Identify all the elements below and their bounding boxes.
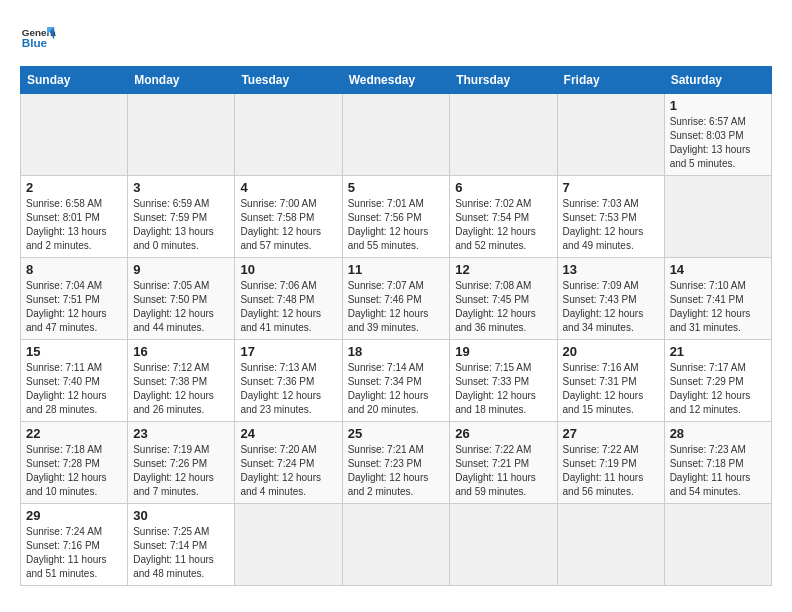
empty-cell bbox=[128, 94, 235, 176]
day-info: Sunrise: 7:25 AMSunset: 7:14 PMDaylight:… bbox=[133, 525, 229, 581]
day-info: Sunrise: 6:58 AMSunset: 8:01 PMDaylight:… bbox=[26, 197, 122, 253]
day-cell: 13Sunrise: 7:09 AMSunset: 7:43 PMDayligh… bbox=[557, 258, 664, 340]
day-info: Sunrise: 7:09 AMSunset: 7:43 PMDaylight:… bbox=[563, 279, 659, 335]
logo: General Blue bbox=[20, 20, 56, 56]
day-number: 18 bbox=[348, 344, 445, 359]
empty-cell bbox=[450, 94, 557, 176]
day-cell: 8Sunrise: 7:04 AMSunset: 7:51 PMDaylight… bbox=[21, 258, 128, 340]
day-cell: 30Sunrise: 7:25 AMSunset: 7:14 PMDayligh… bbox=[128, 504, 235, 586]
day-number: 28 bbox=[670, 426, 766, 441]
day-info: Sunrise: 7:15 AMSunset: 7:33 PMDaylight:… bbox=[455, 361, 551, 417]
day-cell: 2Sunrise: 6:58 AMSunset: 8:01 PMDaylight… bbox=[21, 176, 128, 258]
day-number: 23 bbox=[133, 426, 229, 441]
empty-cell bbox=[557, 94, 664, 176]
day-info: Sunrise: 7:22 AMSunset: 7:21 PMDaylight:… bbox=[455, 443, 551, 499]
empty-cell bbox=[450, 504, 557, 586]
empty-cell bbox=[664, 504, 771, 586]
day-info: Sunrise: 7:22 AMSunset: 7:19 PMDaylight:… bbox=[563, 443, 659, 499]
logo-icon: General Blue bbox=[20, 20, 56, 56]
day-info: Sunrise: 7:10 AMSunset: 7:41 PMDaylight:… bbox=[670, 279, 766, 335]
page-header: General Blue bbox=[20, 20, 772, 56]
day-number: 29 bbox=[26, 508, 122, 523]
day-number: 5 bbox=[348, 180, 445, 195]
day-cell: 5Sunrise: 7:01 AMSunset: 7:56 PMDaylight… bbox=[342, 176, 450, 258]
day-number: 16 bbox=[133, 344, 229, 359]
day-cell: 17Sunrise: 7:13 AMSunset: 7:36 PMDayligh… bbox=[235, 340, 342, 422]
day-number: 9 bbox=[133, 262, 229, 277]
day-cell: 10Sunrise: 7:06 AMSunset: 7:48 PMDayligh… bbox=[235, 258, 342, 340]
col-header-monday: Monday bbox=[128, 67, 235, 94]
day-cell: 9Sunrise: 7:05 AMSunset: 7:50 PMDaylight… bbox=[128, 258, 235, 340]
day-info: Sunrise: 7:03 AMSunset: 7:53 PMDaylight:… bbox=[563, 197, 659, 253]
day-cell: 12Sunrise: 7:08 AMSunset: 7:45 PMDayligh… bbox=[450, 258, 557, 340]
day-number: 13 bbox=[563, 262, 659, 277]
day-info: Sunrise: 7:14 AMSunset: 7:34 PMDaylight:… bbox=[348, 361, 445, 417]
day-cell: 15Sunrise: 7:11 AMSunset: 7:40 PMDayligh… bbox=[21, 340, 128, 422]
day-number: 6 bbox=[455, 180, 551, 195]
empty-cell bbox=[557, 504, 664, 586]
day-cell: 24Sunrise: 7:20 AMSunset: 7:24 PMDayligh… bbox=[235, 422, 342, 504]
day-info: Sunrise: 7:20 AMSunset: 7:24 PMDaylight:… bbox=[240, 443, 336, 499]
day-cell: 16Sunrise: 7:12 AMSunset: 7:38 PMDayligh… bbox=[128, 340, 235, 422]
day-cell: 25Sunrise: 7:21 AMSunset: 7:23 PMDayligh… bbox=[342, 422, 450, 504]
day-cell: 27Sunrise: 7:22 AMSunset: 7:19 PMDayligh… bbox=[557, 422, 664, 504]
day-cell: 14Sunrise: 7:10 AMSunset: 7:41 PMDayligh… bbox=[664, 258, 771, 340]
day-number: 3 bbox=[133, 180, 229, 195]
calendar-row: 1Sunrise: 6:57 AMSunset: 8:03 PMDaylight… bbox=[21, 94, 772, 176]
day-cell: 18Sunrise: 7:14 AMSunset: 7:34 PMDayligh… bbox=[342, 340, 450, 422]
col-header-wednesday: Wednesday bbox=[342, 67, 450, 94]
col-header-saturday: Saturday bbox=[664, 67, 771, 94]
day-info: Sunrise: 7:19 AMSunset: 7:26 PMDaylight:… bbox=[133, 443, 229, 499]
empty-cell bbox=[342, 504, 450, 586]
day-cell: 3Sunrise: 6:59 AMSunset: 7:59 PMDaylight… bbox=[128, 176, 235, 258]
day-cell: 28Sunrise: 7:23 AMSunset: 7:18 PMDayligh… bbox=[664, 422, 771, 504]
day-number: 19 bbox=[455, 344, 551, 359]
day-info: Sunrise: 7:08 AMSunset: 7:45 PMDaylight:… bbox=[455, 279, 551, 335]
col-header-thursday: Thursday bbox=[450, 67, 557, 94]
day-cell: 21Sunrise: 7:17 AMSunset: 7:29 PMDayligh… bbox=[664, 340, 771, 422]
col-header-friday: Friday bbox=[557, 67, 664, 94]
day-cell: 7Sunrise: 7:03 AMSunset: 7:53 PMDaylight… bbox=[557, 176, 664, 258]
calendar-row: 8Sunrise: 7:04 AMSunset: 7:51 PMDaylight… bbox=[21, 258, 772, 340]
calendar-row: 2Sunrise: 6:58 AMSunset: 8:01 PMDaylight… bbox=[21, 176, 772, 258]
day-cell: 23Sunrise: 7:19 AMSunset: 7:26 PMDayligh… bbox=[128, 422, 235, 504]
day-number: 30 bbox=[133, 508, 229, 523]
day-info: Sunrise: 7:16 AMSunset: 7:31 PMDaylight:… bbox=[563, 361, 659, 417]
calendar-row: 15Sunrise: 7:11 AMSunset: 7:40 PMDayligh… bbox=[21, 340, 772, 422]
day-number: 26 bbox=[455, 426, 551, 441]
day-info: Sunrise: 7:06 AMSunset: 7:48 PMDaylight:… bbox=[240, 279, 336, 335]
day-info: Sunrise: 7:24 AMSunset: 7:16 PMDaylight:… bbox=[26, 525, 122, 581]
day-info: Sunrise: 6:59 AMSunset: 7:59 PMDaylight:… bbox=[133, 197, 229, 253]
empty-cell bbox=[21, 94, 128, 176]
day-number: 14 bbox=[670, 262, 766, 277]
day-cell: 6Sunrise: 7:02 AMSunset: 7:54 PMDaylight… bbox=[450, 176, 557, 258]
day-number: 12 bbox=[455, 262, 551, 277]
empty-cell bbox=[235, 94, 342, 176]
day-info: Sunrise: 7:12 AMSunset: 7:38 PMDaylight:… bbox=[133, 361, 229, 417]
header-row: SundayMondayTuesdayWednesdayThursdayFrid… bbox=[21, 67, 772, 94]
day-number: 4 bbox=[240, 180, 336, 195]
calendar-row: 29Sunrise: 7:24 AMSunset: 7:16 PMDayligh… bbox=[21, 504, 772, 586]
day-number: 15 bbox=[26, 344, 122, 359]
day-cell: 4Sunrise: 7:00 AMSunset: 7:58 PMDaylight… bbox=[235, 176, 342, 258]
day-number: 21 bbox=[670, 344, 766, 359]
day-info: Sunrise: 7:07 AMSunset: 7:46 PMDaylight:… bbox=[348, 279, 445, 335]
day-number: 17 bbox=[240, 344, 336, 359]
empty-cell bbox=[664, 176, 771, 258]
empty-cell bbox=[235, 504, 342, 586]
day-info: Sunrise: 7:21 AMSunset: 7:23 PMDaylight:… bbox=[348, 443, 445, 499]
day-info: Sunrise: 7:05 AMSunset: 7:50 PMDaylight:… bbox=[133, 279, 229, 335]
calendar-row: 22Sunrise: 7:18 AMSunset: 7:28 PMDayligh… bbox=[21, 422, 772, 504]
day-number: 2 bbox=[26, 180, 122, 195]
day-number: 11 bbox=[348, 262, 445, 277]
day-info: Sunrise: 7:13 AMSunset: 7:36 PMDaylight:… bbox=[240, 361, 336, 417]
calendar-table: SundayMondayTuesdayWednesdayThursdayFrid… bbox=[20, 66, 772, 586]
day-number: 8 bbox=[26, 262, 122, 277]
day-info: Sunrise: 7:02 AMSunset: 7:54 PMDaylight:… bbox=[455, 197, 551, 253]
day-number: 7 bbox=[563, 180, 659, 195]
day-number: 22 bbox=[26, 426, 122, 441]
day-info: Sunrise: 6:57 AMSunset: 8:03 PMDaylight:… bbox=[670, 115, 766, 171]
day-info: Sunrise: 7:18 AMSunset: 7:28 PMDaylight:… bbox=[26, 443, 122, 499]
day-info: Sunrise: 7:01 AMSunset: 7:56 PMDaylight:… bbox=[348, 197, 445, 253]
day-info: Sunrise: 7:04 AMSunset: 7:51 PMDaylight:… bbox=[26, 279, 122, 335]
